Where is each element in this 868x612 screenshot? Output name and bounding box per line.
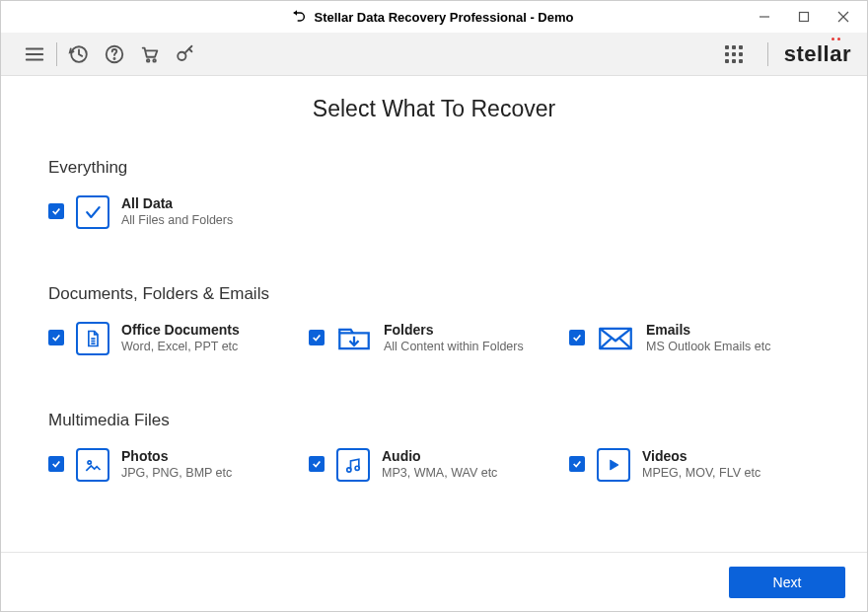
svg-point-21	[347, 468, 351, 472]
section-multimedia: Multimedia Files Photos JPG, PNG, BMP et…	[48, 411, 820, 482]
page-title: Select What To Recover	[48, 96, 820, 122]
section-everything: Everything All Data All Files and Folder…	[48, 158, 820, 229]
category-title: All Data	[121, 195, 233, 211]
category-emails[interactable]: Emails MS Outlook Emails etc	[569, 322, 820, 355]
category-subtitle: MP3, WMA, WAV etc	[382, 466, 497, 480]
app-window: Stellar Data Recovery Professional - Dem…	[0, 0, 868, 612]
brand-logo: stellar	[784, 41, 851, 67]
envelope-icon	[597, 322, 634, 355]
cart-icon[interactable]	[132, 37, 168, 72]
section-label-multimedia: Multimedia Files	[48, 411, 820, 430]
category-videos[interactable]: Videos MPEG, MOV, FLV etc	[569, 448, 820, 482]
category-subtitle: All Content within Folders	[384, 340, 524, 353]
category-title: Emails	[646, 322, 770, 338]
window-title: Stellar Data Recovery Professional - Dem…	[315, 10, 574, 25]
close-button[interactable]	[824, 1, 863, 33]
title-bar: Stellar Data Recovery Professional - Dem…	[1, 1, 867, 33]
help-icon[interactable]	[97, 37, 132, 72]
image-icon	[76, 448, 109, 482]
apps-grid-icon[interactable]	[716, 37, 752, 72]
category-title: Videos	[642, 448, 760, 464]
section-documents: Documents, Folders & Emails Office Docum…	[48, 284, 820, 355]
main-content: Select What To Recover Everything All Da…	[1, 76, 867, 552]
separator	[56, 42, 57, 66]
category-all-data[interactable]: All Data All Files and Folders	[48, 195, 299, 229]
checkbox-photos[interactable]	[48, 456, 64, 472]
footer: Next	[1, 552, 867, 611]
svg-rect-1	[800, 13, 809, 22]
category-subtitle: MS Outlook Emails etc	[646, 340, 770, 353]
category-audio[interactable]: Audio MP3, WMA, WAV etc	[309, 448, 559, 482]
undo-arrow-icon	[291, 9, 307, 25]
category-title: Audio	[382, 448, 497, 464]
checkbox-all-data[interactable]	[48, 203, 64, 219]
minimize-button[interactable]	[745, 1, 784, 33]
menu-icon[interactable]	[17, 37, 52, 72]
svg-point-11	[153, 59, 156, 62]
svg-point-22	[355, 466, 359, 470]
checkbox-audio[interactable]	[309, 456, 325, 472]
play-icon	[597, 448, 630, 482]
svg-point-9	[113, 58, 114, 59]
category-photos[interactable]: Photos JPG, PNG, BMP etc	[48, 448, 299, 482]
category-subtitle: JPG, PNG, BMP etc	[121, 466, 232, 480]
checkbox-videos[interactable]	[569, 456, 585, 472]
category-folders[interactable]: Folders All Content within Folders	[309, 322, 559, 355]
maximize-button[interactable]	[784, 1, 824, 33]
category-office-documents[interactable]: Office Documents Word, Excel, PPT etc	[48, 322, 299, 355]
svg-line-19	[620, 339, 631, 348]
music-note-icon	[336, 448, 370, 482]
folder-download-icon	[336, 322, 372, 355]
document-icon	[76, 322, 109, 355]
svg-point-10	[147, 59, 150, 62]
checkbox-emails[interactable]	[569, 330, 585, 345]
category-title: Office Documents	[121, 322, 240, 338]
checkbox-folders[interactable]	[309, 330, 325, 345]
separator	[767, 42, 768, 66]
category-subtitle: Word, Excel, PPT etc	[121, 340, 240, 353]
key-icon[interactable]	[168, 37, 203, 72]
toolbar: stellar	[1, 33, 867, 76]
section-label-documents: Documents, Folders & Emails	[48, 284, 820, 304]
category-title: Photos	[121, 448, 232, 464]
svg-point-20	[88, 461, 91, 464]
history-icon[interactable]	[61, 37, 97, 72]
checkbox-office-documents[interactable]	[48, 330, 64, 345]
next-button[interactable]: Next	[729, 567, 845, 598]
svg-marker-23	[611, 460, 618, 470]
category-title: Folders	[384, 322, 524, 338]
category-subtitle: All Files and Folders	[121, 213, 233, 227]
svg-line-18	[600, 339, 611, 348]
check-icon	[76, 195, 109, 229]
category-subtitle: MPEG, MOV, FLV etc	[642, 466, 760, 480]
section-label-everything: Everything	[48, 158, 820, 178]
